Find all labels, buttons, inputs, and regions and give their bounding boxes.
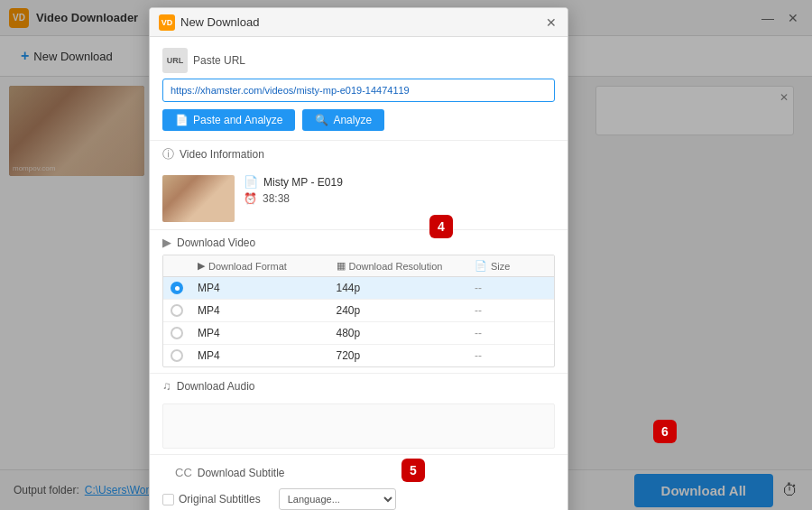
size-cell: --: [475, 304, 547, 317]
video-thumbnail-small: [162, 175, 235, 222]
dialog-title: New Download: [180, 15, 259, 29]
resolution-cell: 144p: [337, 282, 475, 294]
format-cell: MP4: [198, 349, 337, 362]
radio-cell: [171, 282, 198, 294]
audio-icon: ♫: [162, 379, 171, 393]
search-icon: 🔍: [315, 114, 328, 126]
col-header-format: ▶ Download Format: [198, 260, 337, 272]
radio-cell: [171, 349, 198, 362]
badge-4: 4: [429, 215, 453, 238]
info-icon: ⓘ: [162, 146, 174, 162]
format-row[interactable]: MP4 144p --: [163, 277, 554, 300]
format-table-body: MP4 144p -- MP4 240p -- MP4 480p -- MP4 …: [163, 277, 554, 366]
video-info-content: 📄 Misty MP - E019 ⏰ 38:38: [150, 168, 567, 229]
video-icon: ▶: [162, 236, 171, 249]
radio-check: [171, 349, 183, 362]
language-dropdown: Language...: [279, 488, 396, 510]
url-label-row: URL Paste URL: [162, 48, 555, 73]
subtitle-content: Original Subtitles Language...: [162, 485, 555, 510]
format-row[interactable]: MP4 240p --: [163, 300, 554, 322]
new-download-dialog: VD New Download ✕ URL Paste URL 📄 Paste …: [149, 7, 568, 510]
radio-cell: [171, 304, 198, 317]
download-video-section: ▶ Download Video ▶ Download Format ▦ Dow…: [150, 229, 567, 367]
dialog-logo: VD: [159, 14, 175, 31]
video-title-row: 📄 Misty MP - E019: [244, 175, 555, 189]
app-window: VD Video Downloader — ✕ + New Download ✕: [0, 0, 812, 510]
resolution-cell: 240p: [337, 304, 475, 317]
download-audio-section: ♫ Download Audio: [150, 373, 567, 449]
format-cell: MP4: [198, 304, 337, 317]
download-video-label: Download Video: [177, 236, 255, 249]
badge-6: 6: [653, 420, 677, 443]
language-select[interactable]: Language...: [279, 488, 396, 510]
size-cell: --: [475, 327, 547, 339]
radio-check: [171, 327, 183, 339]
download-subtitle-label: Download Subtitle: [198, 467, 285, 479]
size-icon: 📄: [475, 260, 487, 272]
clock-icon: ⏰: [244, 192, 257, 205]
size-cell: --: [475, 282, 547, 294]
col-header-size: 📄 Size: [475, 260, 547, 272]
download-subtitle-section: CC Download Subtitle Original Subtitles …: [150, 454, 567, 510]
resolution-cell: 480p: [337, 327, 475, 339]
format-table: ▶ Download Format ▦ Download Resolution …: [162, 255, 555, 367]
resolution-cell: 720p: [337, 349, 475, 362]
size-cell: --: [475, 349, 547, 362]
video-duration-row: ⏰ 38:38: [244, 192, 555, 205]
format-row[interactable]: MP4 720p --: [163, 345, 554, 366]
url-label-text: Paste URL: [193, 54, 245, 67]
col-header-check: [171, 260, 198, 272]
original-subtitles-label[interactable]: Original Subtitles: [162, 493, 261, 505]
resolution-icon: ▦: [337, 260, 346, 272]
subtitle-icon: CC: [175, 466, 192, 479]
format-cell: MP4: [198, 282, 337, 294]
video-duration: 38:38: [263, 192, 290, 205]
analyze-button[interactable]: 🔍 Analyze: [302, 109, 384, 131]
url-input[interactable]: [162, 79, 555, 102]
format-table-header: ▶ Download Format ▦ Download Resolution …: [163, 255, 554, 277]
download-subtitle-header: CC Download Subtitle: [162, 460, 555, 485]
video-meta: 📄 Misty MP - E019 ⏰ 38:38: [244, 175, 555, 205]
download-video-header: ▶ Download Video: [150, 230, 567, 255]
video-title: Misty MP - E019: [263, 176, 343, 189]
radio-check: [171, 282, 183, 294]
audio-content: [162, 403, 555, 449]
radio-cell: [171, 327, 198, 339]
video-info-header: ⓘ Video Information: [150, 140, 567, 168]
url-icon: URL: [162, 48, 188, 73]
download-audio-label: Download Audio: [177, 380, 255, 393]
dialog-close-button[interactable]: ✕: [542, 14, 560, 32]
file-icon: 📄: [244, 175, 258, 189]
url-buttons: 📄 Paste and Analyze 🔍 Analyze: [162, 109, 555, 131]
video-info-label: Video Information: [180, 148, 264, 161]
url-section: URL Paste URL 📄 Paste and Analyze 🔍 Anal…: [150, 37, 567, 140]
paste-analyze-button[interactable]: 📄 Paste and Analyze: [162, 109, 295, 131]
badge-5: 5: [401, 459, 425, 482]
radio-check: [171, 304, 183, 317]
paste-icon: 📄: [175, 114, 189, 126]
dialog-title-bar: VD New Download ✕: [150, 8, 567, 37]
format-icon: ▶: [198, 260, 205, 272]
col-header-resolution: ▦ Download Resolution: [337, 260, 475, 272]
format-row[interactable]: MP4 480p --: [163, 322, 554, 345]
download-audio-header: ♫ Download Audio: [150, 374, 567, 398]
format-cell: MP4: [198, 327, 337, 339]
original-subtitles-checkbox[interactable]: [162, 494, 174, 505]
